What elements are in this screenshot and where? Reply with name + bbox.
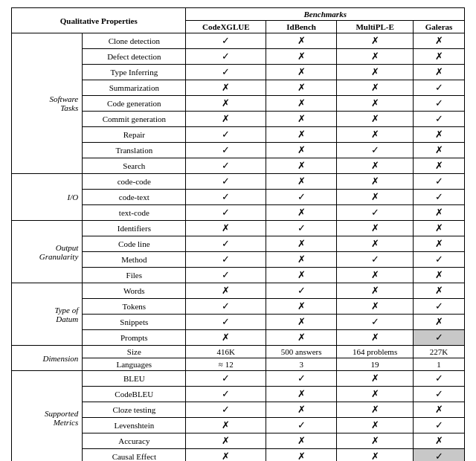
table-row: DimensionSize416K500 answers164 problems… xyxy=(12,346,465,358)
value-cell: ✗ xyxy=(186,330,266,346)
value-cell: ✓ xyxy=(414,174,465,190)
value-cell: ✗ xyxy=(414,205,465,221)
value-cell: ✓ xyxy=(186,371,266,387)
main-table: Qualitative Properties Benchmarks CodeXG… xyxy=(11,7,465,461)
table-row: Type ofDatumWords✗✓✗✗ xyxy=(12,283,465,299)
value-cell: ✗ xyxy=(337,283,414,299)
value-cell: ✓ xyxy=(414,96,465,112)
value-cell: ✓ xyxy=(186,268,266,283)
item-cell: Accuracy xyxy=(83,433,186,449)
value-cell: ✓ xyxy=(337,315,414,330)
value-cell: ✗ xyxy=(266,315,337,330)
value-cell: ✗ xyxy=(266,65,337,80)
value-cell: ✗ xyxy=(337,418,414,433)
item-cell: Type Inferring xyxy=(83,65,186,80)
item-cell: Summarization xyxy=(83,80,186,96)
value-cell: ✗ xyxy=(337,299,414,315)
table-row: SoftwareTasksClone detection✓✗✗✗ xyxy=(12,33,465,49)
item-cell: Levenshtein xyxy=(83,418,186,433)
value-cell: ✗ xyxy=(337,49,414,65)
value-cell: ✓ xyxy=(414,299,465,315)
value-cell: ✗ xyxy=(337,174,414,190)
value-cell: ✗ xyxy=(414,49,465,65)
value-cell: ✓ xyxy=(266,221,337,236)
value-cell: ✗ xyxy=(337,433,414,449)
item-cell: Commit generation xyxy=(83,112,186,127)
value-cell: ✓ xyxy=(414,330,465,346)
item-cell: BLEU xyxy=(83,371,186,387)
value-cell: ✓ xyxy=(186,299,266,315)
value-cell: ✓ xyxy=(186,387,266,402)
value-cell: ✗ xyxy=(337,268,414,283)
item-cell: Languages xyxy=(83,358,186,371)
category-cell: Type ofDatum xyxy=(12,283,83,346)
item-cell: Size xyxy=(83,346,186,358)
value-cell: ✓ xyxy=(186,174,266,190)
value-cell: ✗ xyxy=(266,449,337,462)
item-cell: Method xyxy=(83,252,186,268)
value-cell: ✗ xyxy=(266,205,337,221)
value-cell: 164 problems xyxy=(337,346,414,358)
item-cell: Clone detection xyxy=(83,33,186,49)
value-cell: ✓ xyxy=(186,236,266,252)
value-cell: ✗ xyxy=(337,236,414,252)
value-cell: ✗ xyxy=(337,449,414,462)
value-cell: ✓ xyxy=(186,33,266,49)
qual-prop-header: Qualitative Properties xyxy=(12,8,186,33)
value-cell: ✗ xyxy=(337,158,414,174)
value-cell: ✗ xyxy=(414,433,465,449)
value-cell: ✓ xyxy=(186,127,266,143)
value-cell: ✓ xyxy=(414,371,465,387)
value-cell: ✓ xyxy=(266,418,337,433)
value-cell: ✓ xyxy=(266,283,337,299)
value-cell: 227K xyxy=(414,346,465,358)
value-cell: ✓ xyxy=(414,80,465,96)
value-cell: ✗ xyxy=(414,402,465,418)
value-cell: ✗ xyxy=(337,96,414,112)
value-cell: ✓ xyxy=(414,252,465,268)
item-cell: Defect detection xyxy=(83,49,186,65)
value-cell: ✓ xyxy=(414,112,465,127)
item-cell: Snippets xyxy=(83,315,186,330)
item-cell: code-text xyxy=(83,190,186,205)
value-cell: 3 xyxy=(266,358,337,371)
value-cell: ✗ xyxy=(337,190,414,205)
value-cell: ✗ xyxy=(266,387,337,402)
category-cell: OutputGranularity xyxy=(12,221,83,283)
idbench-header: IdBench xyxy=(266,21,337,33)
value-cell: ✓ xyxy=(337,205,414,221)
value-cell: ✓ xyxy=(266,371,337,387)
item-cell: Code generation xyxy=(83,96,186,112)
value-cell: ✗ xyxy=(414,127,465,143)
multipl-header: MultiPL-E xyxy=(337,21,414,33)
value-cell: ✗ xyxy=(414,33,465,49)
value-cell: ✓ xyxy=(186,49,266,65)
value-cell: ✗ xyxy=(337,65,414,80)
item-cell: Identifiers xyxy=(83,221,186,236)
value-cell: ✓ xyxy=(186,252,266,268)
value-cell: 19 xyxy=(337,358,414,371)
value-cell: ✓ xyxy=(186,315,266,330)
value-cell: ✗ xyxy=(337,127,414,143)
value-cell: ✗ xyxy=(337,112,414,127)
value-cell: ✗ xyxy=(186,96,266,112)
value-cell: ✓ xyxy=(186,402,266,418)
value-cell: ✗ xyxy=(414,65,465,80)
codexglue-header: CodeXGLUE xyxy=(186,21,266,33)
value-cell: ✗ xyxy=(414,236,465,252)
value-cell: ✗ xyxy=(414,221,465,236)
value-cell: ✓ xyxy=(186,190,266,205)
value-cell: ✗ xyxy=(266,433,337,449)
value-cell: ✓ xyxy=(414,418,465,433)
value-cell: ✗ xyxy=(414,143,465,158)
category-cell: I/O xyxy=(12,174,83,221)
value-cell: ✗ xyxy=(186,283,266,299)
table-row: I/Ocode-code✓✗✗✓ xyxy=(12,174,465,190)
value-cell: ✗ xyxy=(266,49,337,65)
value-cell: ✓ xyxy=(337,143,414,158)
value-cell: 500 answers xyxy=(266,346,337,358)
header-row-top: Qualitative Properties Benchmarks xyxy=(12,8,465,21)
value-cell: ✗ xyxy=(186,221,266,236)
galeras-header: Galeras xyxy=(414,21,465,33)
value-cell: ✗ xyxy=(266,143,337,158)
